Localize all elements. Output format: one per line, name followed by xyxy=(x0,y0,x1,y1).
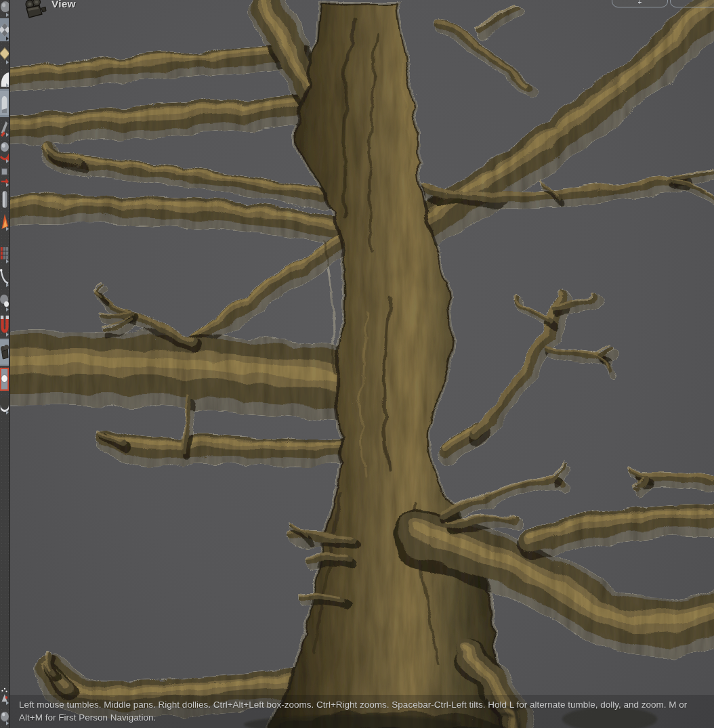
flame-tool-icon[interactable] xyxy=(0,211,9,232)
move-tool-icon[interactable] xyxy=(0,165,9,188)
left-toolbar xyxy=(0,0,10,728)
flyout-arrow-icon xyxy=(6,13,9,17)
flyout-arrow-icon xyxy=(6,37,9,41)
axe-tool-icon[interactable] xyxy=(0,119,9,137)
checker-projection-tool-icon[interactable] xyxy=(0,18,9,41)
tree-3d-render xyxy=(0,0,714,728)
white-shape-tool-icon[interactable] xyxy=(0,70,9,88)
flyout-arrow-icon xyxy=(6,83,9,87)
flyout-arrow-icon xyxy=(6,721,9,725)
flyout-arrow-icon xyxy=(6,159,9,163)
flyout-arrow-icon xyxy=(6,183,9,187)
help-text: Left mouse tumbles. Middle pans. Right d… xyxy=(19,698,707,724)
view-label[interactable]: View xyxy=(51,0,76,10)
active-circle-tool-icon[interactable] xyxy=(0,367,9,391)
curve-tool-icon[interactable] xyxy=(0,265,9,288)
falloff-tool-icon[interactable] xyxy=(0,289,9,312)
application-window: View + Left mouse tumbles. Middle pans. … xyxy=(0,0,714,728)
top-button-1[interactable]: + xyxy=(612,0,668,7)
flyout-arrow-icon xyxy=(6,333,9,337)
camera-icon[interactable] xyxy=(22,0,47,19)
flyout-arrow-icon xyxy=(6,410,9,414)
flyout-arrow-icon xyxy=(6,133,9,137)
grid-tool-icon[interactable] xyxy=(0,242,9,264)
arch-tool-icon[interactable] xyxy=(0,89,9,117)
flyout-arrow-icon xyxy=(6,283,9,287)
sphere-tool-icon[interactable] xyxy=(0,0,9,18)
particle-spray-tool-icon[interactable] xyxy=(0,685,9,706)
magnet-snap-tool-icon[interactable] xyxy=(0,313,9,337)
flyout-arrow-icon xyxy=(6,227,9,231)
help-text-line-2: Alt+M for First Person Navigation. xyxy=(19,711,707,724)
top-button-1-glyph: + xyxy=(638,0,642,6)
flyout-arrow-icon xyxy=(6,259,9,263)
flyout-arrow-icon xyxy=(6,307,9,312)
rotate-tool-icon[interactable] xyxy=(0,138,9,164)
cylinder-tool-icon[interactable] xyxy=(0,188,9,211)
flyout-arrow-icon xyxy=(6,60,9,64)
top-button-2[interactable] xyxy=(670,0,714,7)
small-sphere-tool-icon[interactable] xyxy=(0,707,9,726)
flyout-arrow-icon xyxy=(6,701,9,705)
help-text-line-1: Left mouse tumbles. Middle pans. Right d… xyxy=(19,698,707,711)
tan-card-tool-icon[interactable] xyxy=(0,42,9,65)
camera-texture-tool-icon[interactable] xyxy=(0,339,9,366)
dark-sphere-tool-icon[interactable] xyxy=(0,392,9,415)
